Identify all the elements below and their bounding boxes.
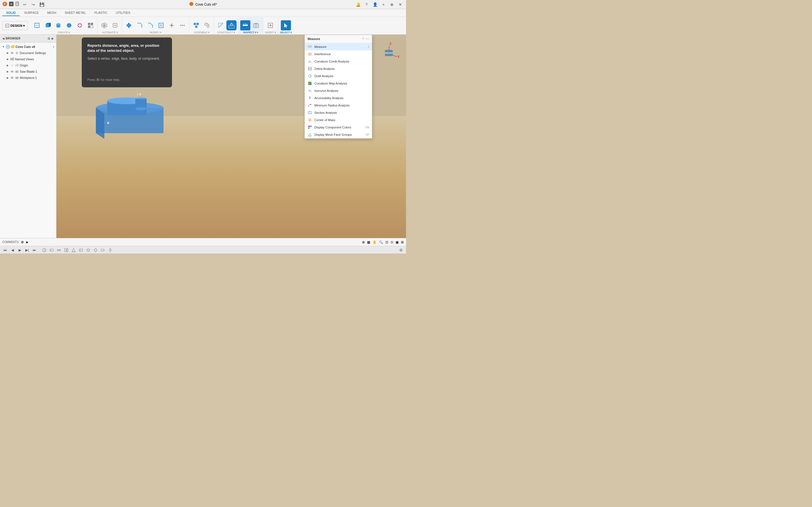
- insert-btn[interactable]: [265, 20, 275, 31]
- menu-item-accessibility[interactable]: Accessibility Analysis: [305, 94, 372, 102]
- pan-button[interactable]: ✋: [372, 240, 377, 244]
- chamfer-button[interactable]: [145, 20, 155, 31]
- modify-label: MODIFY ▾: [150, 31, 161, 34]
- grid-button[interactable]: ▦: [367, 240, 370, 244]
- create-sphere-button[interactable]: [64, 20, 74, 31]
- move-button[interactable]: [167, 20, 177, 31]
- inspect-camera-button[interactable]: [251, 20, 261, 31]
- create-freeform-button[interactable]: [75, 20, 85, 31]
- tl-tool-6[interactable]: [78, 247, 84, 253]
- select-btn[interactable]: [281, 20, 291, 31]
- assemble-btn2[interactable]: [202, 20, 212, 31]
- shell-button[interactable]: [156, 20, 166, 31]
- help-button[interactable]: ?: [363, 2, 370, 7]
- svg-point-102: [310, 104, 311, 105]
- fillet-button[interactable]: [135, 20, 145, 31]
- timeline-settings-button[interactable]: ⚙: [398, 247, 404, 253]
- menu-item-section[interactable]: Section Analysis: [305, 109, 372, 116]
- svg-rect-133: [101, 249, 103, 251]
- assemble-btn1[interactable]: [191, 20, 201, 31]
- tab-utilities[interactable]: UTILITIES: [112, 10, 134, 16]
- save-button[interactable]: 💾: [38, 2, 45, 7]
- tab-solid[interactable]: SOLID: [2, 10, 20, 16]
- tab-surface[interactable]: SURFACE: [20, 10, 43, 16]
- timeline-next-button[interactable]: ▶|: [24, 247, 30, 253]
- tl-tool-9[interactable]: [100, 247, 106, 253]
- tl-tool-2[interactable]: [49, 247, 55, 253]
- menu-item-curvature-comb[interactable]: Curvature Comb Analysis: [305, 58, 372, 65]
- tree-label-saw: Saw Blade:1: [20, 70, 54, 73]
- tree-item-saw-blade[interactable]: ▶ Saw Blade:1: [0, 68, 56, 75]
- mesh-face-groups-shortcut: ⇧F: [365, 133, 369, 136]
- tl-tool-5[interactable]: [70, 247, 77, 253]
- tl-tool-8[interactable]: [93, 247, 99, 253]
- menu-header: Measure I ⋯: [305, 35, 372, 43]
- tree-arrow-doc: ▶: [6, 51, 9, 55]
- fit-button[interactable]: ⊡: [386, 240, 388, 244]
- tl-tool-4[interactable]: [63, 247, 69, 253]
- view-settings-button[interactable]: ▣: [396, 240, 399, 244]
- tl-tool-7[interactable]: [85, 247, 91, 253]
- tree-item-origin[interactable]: ▶ Origin: [0, 62, 56, 68]
- tl-tool-1[interactable]: [41, 247, 47, 253]
- redo-button[interactable]: ↪: [30, 2, 37, 7]
- push-pull-button[interactable]: [124, 20, 134, 31]
- sidebar-settings-button[interactable]: ⚙: [47, 37, 50, 41]
- new-tab-button[interactable]: +: [380, 2, 387, 7]
- notifications-button[interactable]: 🔔: [355, 2, 361, 7]
- menu-item-interference[interactable]: Interference: [305, 50, 372, 58]
- display-settings-button[interactable]: ⊞: [401, 240, 404, 244]
- sidebar-collapse-button[interactable]: ◀: [2, 37, 4, 40]
- automate-btn2[interactable]: [110, 20, 120, 31]
- tab-mesh[interactable]: MESH: [43, 10, 60, 16]
- menu-item-curvature-map[interactable]: Curvature Map Analysis: [305, 80, 372, 87]
- timeline-last-button[interactable]: ⏭: [32, 247, 37, 253]
- modify-buttons: [124, 20, 188, 31]
- menu-item-min-radius[interactable]: Minimum Radius Analysis: [305, 102, 372, 109]
- menu-more-button[interactable]: ⋯: [365, 37, 369, 41]
- comments-expand-button[interactable]: ▶: [26, 240, 29, 244]
- construct-active-btn[interactable]: [226, 20, 237, 31]
- menu-item-draft[interactable]: Draft Analysis: [305, 72, 372, 80]
- menu-item-mesh-face-groups[interactable]: Display Mesh Face Groups ⇧F: [305, 131, 372, 138]
- timeline-play-button[interactable]: ▶: [17, 247, 22, 253]
- tree-item-root[interactable]: ▼ Cove Cuts v6 ●: [0, 44, 56, 50]
- svg-rect-124: [64, 248, 66, 252]
- timeline-prev-button[interactable]: ◀: [10, 247, 15, 253]
- viewcube[interactable]: Z X FRONT: [378, 40, 400, 63]
- tree-item-workpiece[interactable]: ▶ Workpiece:1: [0, 75, 56, 81]
- create-sketch-button[interactable]: [32, 20, 42, 31]
- comments-settings-button[interactable]: ⚙: [21, 240, 24, 244]
- undo-button[interactable]: ↩: [21, 2, 28, 7]
- menu-item-zebra[interactable]: Zebra Analysis: [305, 65, 372, 72]
- svg-line-95: [311, 61, 311, 62]
- tl-tool-3[interactable]: [56, 247, 62, 253]
- construct-btn1[interactable]: [216, 20, 226, 31]
- tooltip-popup: Reports distance, angle, area, or positi…: [82, 38, 172, 87]
- automate-btn1[interactable]: [99, 20, 109, 31]
- menu-item-isocurve[interactable]: Isocurve Analysis: [305, 87, 372, 94]
- menu-item-measure[interactable]: Measure I: [305, 43, 372, 50]
- close-button[interactable]: ✕: [397, 2, 404, 7]
- tree-item-doc-settings[interactable]: ▶ Document Settings: [0, 50, 56, 56]
- orbit-button[interactable]: ⊙: [391, 240, 393, 244]
- create-box-button[interactable]: [43, 20, 53, 31]
- create-cylinder-button[interactable]: [53, 20, 63, 31]
- timeline-first-button[interactable]: ⏮: [2, 247, 8, 253]
- menu-item-center-mass[interactable]: Center of Mass: [305, 116, 372, 124]
- extensions-button[interactable]: ⊕: [389, 2, 395, 7]
- zoom-button[interactable]: 🔍: [379, 240, 383, 244]
- tab-plastic[interactable]: PLASTIC: [91, 10, 111, 16]
- tree-item-named-views[interactable]: ▶ Named Views: [0, 56, 56, 62]
- design-dropdown-button[interactable]: DESIGN ▾: [2, 21, 28, 30]
- measure-button[interactable]: [240, 20, 250, 31]
- profile-button[interactable]: 👤: [371, 2, 378, 7]
- canvas-area[interactable]: 1 ⚙ ⬕ Reports distance, angle, area, or …: [56, 35, 406, 238]
- menu-item-component-colors[interactable]: Display Component Colors ⇧N: [305, 124, 372, 131]
- tl-tool-10[interactable]: [107, 247, 113, 253]
- snap-button[interactable]: ⊕: [362, 240, 365, 244]
- modify-more-button[interactable]: [177, 20, 188, 31]
- tab-sheet-metal[interactable]: SHEET METAL: [61, 10, 90, 16]
- sidebar-expand-button[interactable]: ▶: [52, 37, 54, 40]
- create-more-button[interactable]: +: [86, 20, 96, 31]
